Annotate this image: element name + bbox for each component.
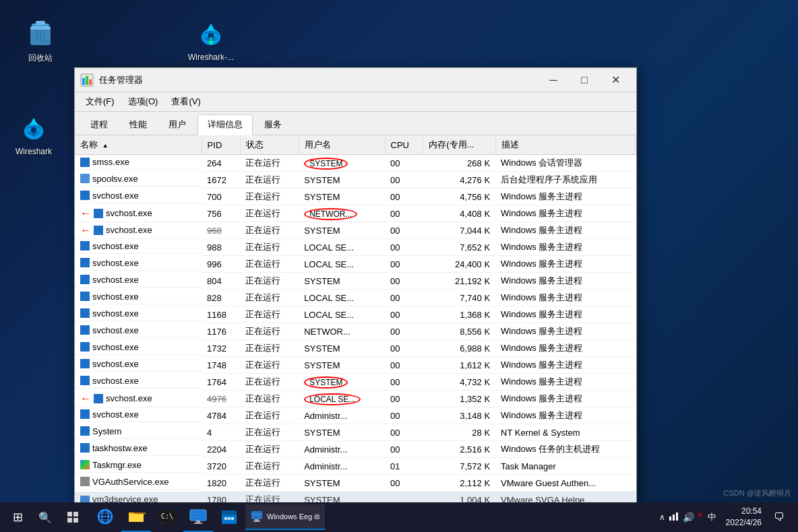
- col-cpu[interactable]: CPU: [385, 135, 423, 155]
- svg-rect-41: [228, 517, 231, 520]
- proc-status-cell: 正在运行: [240, 323, 299, 340]
- task-view-button[interactable]: [58, 502, 88, 532]
- proc-status-cell: 正在运行: [240, 391, 299, 407]
- minimize-button[interactable]: ─: [538, 68, 569, 92]
- proc-pid-cell: 4976: [202, 391, 240, 407]
- proc-name-text: svchost.exe: [92, 409, 139, 420]
- svg-rect-40: [224, 517, 227, 520]
- proc-desc-cell: Task Manager: [495, 458, 636, 475]
- maximize-button[interactable]: □: [569, 68, 600, 92]
- proc-pid-cell: 1168: [202, 306, 240, 323]
- table-row[interactable]: svchost.exe996正在运行LOCAL SE...0024,400 KW…: [75, 256, 636, 273]
- taskbar-explorer[interactable]: [121, 502, 151, 532]
- proc-mem-cell: 8,556 K: [423, 323, 495, 340]
- recycle-bin-icon[interactable]: 回收站: [13, 13, 67, 68]
- svg-rect-1: [36, 21, 45, 25]
- col-name[interactable]: 名称 ▲: [75, 135, 202, 155]
- col-status[interactable]: 状态: [240, 135, 299, 155]
- menu-view[interactable]: 查看(V): [166, 94, 206, 110]
- table-row[interactable]: ←svchost.exe756正在运行NETWOR...004,408 KWin…: [75, 205, 636, 222]
- proc-mem-cell: 1,352 K: [423, 391, 495, 407]
- proc-user-cell: Administr...: [299, 441, 385, 458]
- process-table-container[interactable]: 名称 ▲ PID 状态 用户名 CPU 内存(专用... 描述 smss.exe…: [75, 135, 636, 504]
- proc-name-cell: ←svchost.exe: [75, 391, 202, 407]
- taskbar-ie[interactable]: [90, 502, 120, 532]
- network-icon[interactable]: [668, 510, 680, 525]
- wireshark-left-icon[interactable]: Wireshark: [7, 108, 61, 160]
- taskbar-running-app[interactable]: Windows Eeg iti: [245, 504, 325, 530]
- menu-options[interactable]: 选项(O): [123, 94, 164, 110]
- table-row[interactable]: svchost.exe1748正在运行SYSTEM001,612 KWindow…: [75, 357, 636, 374]
- wireshark-left-image: [18, 112, 50, 144]
- taskbar-time[interactable]: 20:54 2022/4/26: [722, 504, 766, 530]
- proc-desc-cell: Windows 服务主进程: [495, 391, 636, 407]
- taskbar-network[interactable]: [183, 502, 213, 532]
- col-user[interactable]: 用户名: [299, 135, 385, 155]
- table-row[interactable]: Taskmgr.exe3720正在运行Administr...017,572 K…: [75, 458, 636, 475]
- table-row[interactable]: smss.exe264正在运行SYSTEM00268 KWindows 会话管理…: [75, 155, 636, 172]
- table-row[interactable]: svchost.exe1176正在运行NETWOR...008,556 KWin…: [75, 323, 636, 340]
- tab-processes[interactable]: 进程: [80, 114, 118, 135]
- proc-desc-cell: Windows 服务主进程: [495, 306, 636, 323]
- proc-name-text: svchost.exe: [92, 308, 139, 319]
- table-row[interactable]: taskhostw.exe2204正在运行Administr...002,516…: [75, 441, 636, 458]
- table-row[interactable]: svchost.exe4784正在运行Administr...003,148 K…: [75, 407, 636, 424]
- proc-mem-cell: 1,612 K: [423, 357, 495, 374]
- proc-status-cell: 正在运行: [240, 374, 299, 391]
- proc-mem-cell: 2,516 K: [423, 441, 495, 458]
- taskbar-cmd[interactable]: C:\ _: [152, 502, 182, 532]
- wireshark-top-icon[interactable]: Wireshark-...: [181, 13, 241, 66]
- proc-status-cell: 正在运行: [240, 256, 299, 273]
- menu-file[interactable]: 文件(F): [80, 94, 120, 110]
- window-title: 任务管理器: [99, 74, 538, 86]
- proc-name-text: svchost.exe: [92, 342, 139, 352]
- table-row[interactable]: svchost.exe1168正在运行LOCAL SE...001,368 KW…: [75, 306, 636, 323]
- table-row[interactable]: svchost.exe1732正在运行SYSTEM006,988 KWindow…: [75, 340, 636, 357]
- proc-name-text: spoolsv.exe: [92, 174, 138, 184]
- col-mem[interactable]: 内存(专用...: [423, 135, 495, 155]
- taskbar-calendar[interactable]: [214, 502, 244, 532]
- table-row[interactable]: svchost.exe1764正在运行SYSTEM004,732 KWindow…: [75, 374, 636, 391]
- proc-desc-cell: Windows 服务主进程: [495, 189, 636, 205]
- start-button[interactable]: ⊞: [3, 502, 32, 532]
- proc-name-cell: svchost.exe: [75, 239, 202, 254]
- tab-users[interactable]: 用户: [158, 114, 196, 135]
- table-row[interactable]: ←svchost.exe4976正在运行LOCAL SE...001,352 K…: [75, 391, 636, 407]
- close-button[interactable]: ✕: [600, 68, 631, 92]
- search-button[interactable]: 🔍: [32, 502, 58, 532]
- proc-desc-cell: Windows 任务的主机进程: [495, 441, 636, 458]
- table-row[interactable]: spoolsv.exe1672正在运行SYSTEM004,276 K后台处理程序…: [75, 172, 636, 189]
- clock-date: 2022/4/26: [726, 517, 762, 529]
- table-row[interactable]: VGAuthService.exe1820正在运行SYSTEM002,112 K…: [75, 475, 636, 492]
- process-icon: [80, 376, 90, 385]
- proc-name-cell: svchost.exe: [75, 256, 202, 271]
- proc-cpu-cell: 00: [385, 441, 423, 458]
- tab-performance[interactable]: 性能: [119, 114, 157, 135]
- table-row[interactable]: svchost.exe828正在运行LOCAL SE...007,740 KWi…: [75, 290, 636, 306]
- process-icon: [80, 275, 90, 284]
- tab-services[interactable]: 服务: [254, 114, 292, 135]
- proc-name-cell: taskhostw.exe: [75, 441, 202, 456]
- table-row[interactable]: ←svchost.exe968正在运行SYSTEM007,044 KWindow…: [75, 222, 636, 239]
- process-icon: [94, 226, 103, 235]
- proc-user-cell: Administr...: [299, 458, 385, 475]
- svg-rect-37: [194, 523, 202, 524]
- tab-details[interactable]: 详细信息: [197, 114, 253, 135]
- notification-button[interactable]: 🗨: [768, 502, 790, 532]
- col-pid[interactable]: PID: [202, 135, 240, 155]
- table-row[interactable]: svchost.exe804正在运行SYSTEM0021,192 KWindow…: [75, 273, 636, 290]
- sys-tray-expand[interactable]: ∧: [659, 512, 665, 522]
- process-icon: [80, 191, 90, 200]
- table-row[interactable]: svchost.exe988正在运行LOCAL SE...007,652 KWi…: [75, 239, 636, 256]
- proc-pid-cell: 804: [202, 273, 240, 290]
- proc-cpu-cell: 00: [385, 340, 423, 357]
- volume-icon[interactable]: 🔊: [683, 512, 694, 523]
- process-table: 名称 ▲ PID 状态 用户名 CPU 内存(专用... 描述 smss.exe…: [75, 135, 636, 504]
- col-desc[interactable]: 描述: [495, 135, 636, 155]
- table-row[interactable]: svchost.exe700正在运行SYSTEM004,756 KWindows…: [75, 189, 636, 205]
- table-row[interactable]: System4正在运行SYSTEM0028 KNT Kernel & Syste…: [75, 424, 636, 441]
- proc-user-cell: SYSTEM: [299, 340, 385, 357]
- proc-name-text: svchost.exe: [106, 225, 152, 235]
- language-indicator[interactable]: 中: [705, 508, 719, 526]
- proc-cpu-cell: 00: [385, 273, 423, 290]
